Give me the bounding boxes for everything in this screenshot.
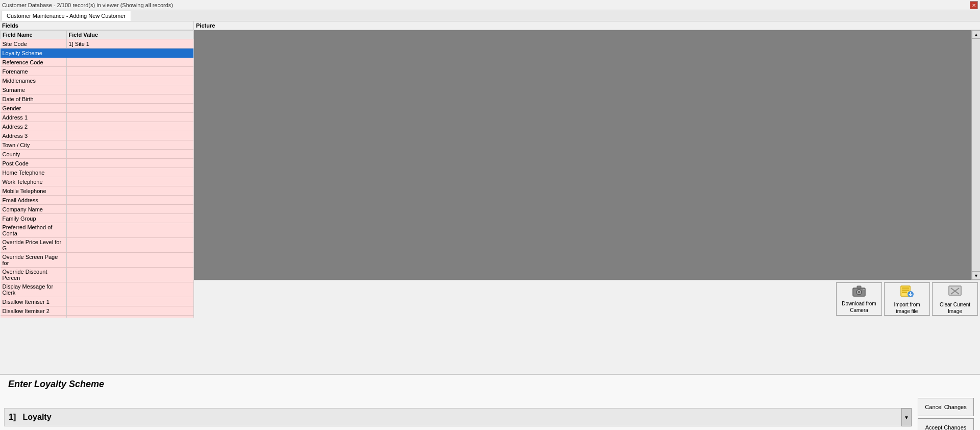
- field-name-cell: Date of Birth: [1, 94, 67, 104]
- field-name-cell: Display Message for Clerk: [1, 282, 67, 297]
- table-row[interactable]: Middlenames: [1, 76, 193, 85]
- field-value-cell: [66, 223, 193, 238]
- field-value-cell: [66, 58, 193, 67]
- scrollbar-track[interactable]: [972, 39, 980, 271]
- field-value-cell: [66, 159, 193, 168]
- loyalty-scheme-input[interactable]: [4, 408, 902, 426]
- table-row[interactable]: Disallow Itemiser 1: [1, 297, 193, 306]
- field-value-cell: [66, 150, 193, 159]
- fields-table: Field Name Field Value Site Code1] Site …: [0, 30, 193, 318]
- table-row[interactable]: Forename: [1, 67, 193, 76]
- clear-image-label: Clear Current Image: [935, 301, 975, 315]
- field-value-cell: [66, 306, 193, 316]
- bottom-area: Enter Loyalty Scheme ▼ Cancel Changes Ac…: [0, 374, 980, 430]
- field-value-cell: [66, 253, 193, 268]
- table-row[interactable]: Email Address: [1, 196, 193, 205]
- field-value-cell: [66, 297, 193, 306]
- col-field-name-header: Field Name: [1, 31, 67, 39]
- field-value-cell: [66, 268, 193, 282]
- table-row[interactable]: Display Message for Clerk: [1, 282, 193, 297]
- table-row[interactable]: Mobile Telephone: [1, 186, 193, 196]
- table-row[interactable]: Home Telephone: [1, 168, 193, 177]
- scrollbar-up-arrow[interactable]: ▲: [972, 30, 980, 39]
- table-row[interactable]: Gender: [1, 104, 193, 113]
- field-name-cell: Preferred Method of Conta: [1, 223, 67, 238]
- field-name-cell: Override Price Level for G: [1, 238, 67, 253]
- field-name-cell: County: [1, 150, 67, 159]
- field-value-cell: [66, 94, 193, 104]
- scrollbar-down-arrow[interactable]: ▼: [972, 271, 980, 280]
- title-bar-text: Customer Database - 2/100 record(s) in v…: [2, 2, 173, 8]
- table-row[interactable]: Company Name: [1, 205, 193, 214]
- main-layout: Fields Field Name Field Value Site Code1…: [0, 21, 980, 318]
- table-row[interactable]: Site Code1] Site 1: [1, 39, 193, 49]
- table-row[interactable]: Town / City: [1, 140, 193, 150]
- field-value-cell: [66, 131, 193, 140]
- download-camera-label: Download from Camera: [839, 300, 879, 314]
- table-row[interactable]: Loyalty Scheme: [1, 49, 193, 58]
- table-row[interactable]: Address 1: [1, 113, 193, 122]
- field-name-cell: Disallow Itemiser 3: [1, 316, 67, 318]
- field-value-cell: [66, 140, 193, 150]
- table-row[interactable]: Preferred Method of Conta: [1, 223, 193, 238]
- picture-scrollbar[interactable]: ▲ ▼: [971, 30, 980, 280]
- table-row[interactable]: Disallow Itemiser 2: [1, 306, 193, 316]
- import-image-label: Import from image file: [887, 301, 927, 315]
- table-row[interactable]: Family Group: [1, 214, 193, 223]
- close-button[interactable]: ✕: [970, 1, 978, 9]
- import-icon: [900, 284, 914, 299]
- dropdown-arrow[interactable]: ▼: [901, 408, 912, 426]
- field-value-cell: [66, 196, 193, 205]
- tab-customer-maintenance[interactable]: Customer Maintenance - Adding New Custom…: [1, 11, 131, 21]
- picture-panel-header: Picture: [194, 21, 980, 30]
- field-value-cell: [66, 85, 193, 94]
- field-value-cell: [66, 238, 193, 253]
- picture-buttons-area: Download from Camera Import from image f…: [194, 280, 980, 318]
- accept-changes-button[interactable]: Accept Changes: [918, 418, 974, 430]
- field-name-cell: Loyalty Scheme: [1, 49, 67, 58]
- table-row[interactable]: Surname: [1, 85, 193, 94]
- field-name-cell: Forename: [1, 67, 67, 76]
- camera-icon: [852, 285, 866, 298]
- field-name-cell: Email Address: [1, 196, 67, 205]
- fields-panel-header: Fields: [0, 21, 193, 30]
- table-row[interactable]: Override Screen Page for: [1, 253, 193, 268]
- table-row[interactable]: Address 2: [1, 122, 193, 131]
- table-row[interactable]: Reference Code: [1, 58, 193, 67]
- table-row[interactable]: Override Price Level for G: [1, 238, 193, 253]
- table-row[interactable]: Work Telephone: [1, 177, 193, 186]
- field-value-cell: [66, 104, 193, 113]
- bottom-prompt-label: Enter Loyalty Scheme: [0, 375, 980, 394]
- table-row[interactable]: Date of Birth: [1, 94, 193, 104]
- field-name-cell: Family Group: [1, 214, 67, 223]
- table-row[interactable]: Post Code: [1, 159, 193, 168]
- field-value-cell: [66, 177, 193, 186]
- field-value-cell: [66, 316, 193, 318]
- table-row[interactable]: Disallow Itemiser 3: [1, 316, 193, 318]
- field-name-cell: Override Discount Percen: [1, 268, 67, 282]
- download-camera-button[interactable]: Download from Camera: [836, 282, 882, 316]
- clear-image-button[interactable]: Clear Current Image: [932, 282, 978, 316]
- table-row[interactable]: County: [1, 150, 193, 159]
- table-header-row: Field Name Field Value: [1, 31, 193, 39]
- svg-point-3: [858, 291, 861, 293]
- field-name-cell: Home Telephone: [1, 168, 67, 177]
- tab-bar: Customer Maintenance - Adding New Custom…: [0, 10, 980, 21]
- field-value-cell: [66, 168, 193, 177]
- table-row[interactable]: Address 3: [1, 131, 193, 140]
- fields-table-container[interactable]: Field Name Field Value Site Code1] Site …: [0, 30, 193, 318]
- field-name-cell: Post Code: [1, 159, 67, 168]
- svg-rect-8: [902, 292, 907, 293]
- cancel-changes-button[interactable]: Cancel Changes: [918, 398, 974, 416]
- field-name-cell: Surname: [1, 85, 67, 94]
- svg-rect-6: [902, 288, 909, 289]
- field-name-cell: Address 1: [1, 113, 67, 122]
- field-value-cell: [66, 282, 193, 297]
- table-row[interactable]: Override Discount Percen: [1, 268, 193, 282]
- bottom-action-buttons: Cancel Changes Accept Changes: [916, 396, 976, 430]
- import-image-button[interactable]: Import from image file: [884, 282, 930, 316]
- field-name-cell: Mobile Telephone: [1, 186, 67, 196]
- field-name-cell: Address 2: [1, 122, 67, 131]
- field-name-cell: Town / City: [1, 140, 67, 150]
- svg-rect-2: [857, 286, 861, 288]
